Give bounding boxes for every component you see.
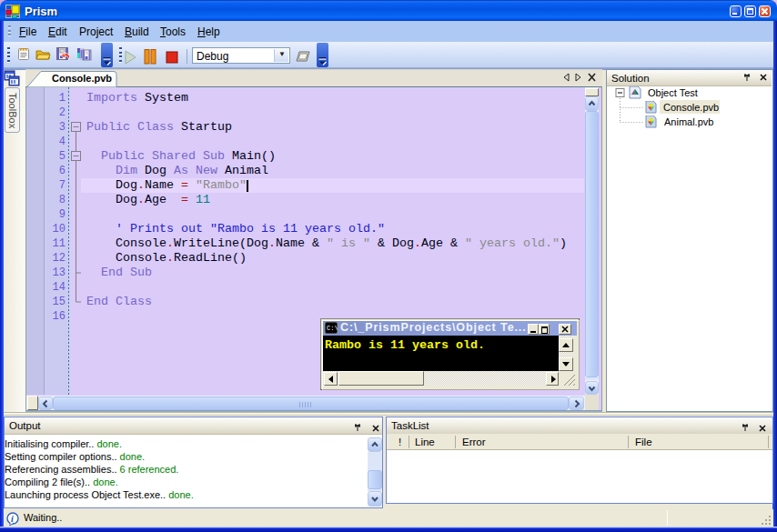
svg-text:i: i: [11, 514, 14, 524]
svg-text:C:\: C:\: [327, 325, 338, 332]
